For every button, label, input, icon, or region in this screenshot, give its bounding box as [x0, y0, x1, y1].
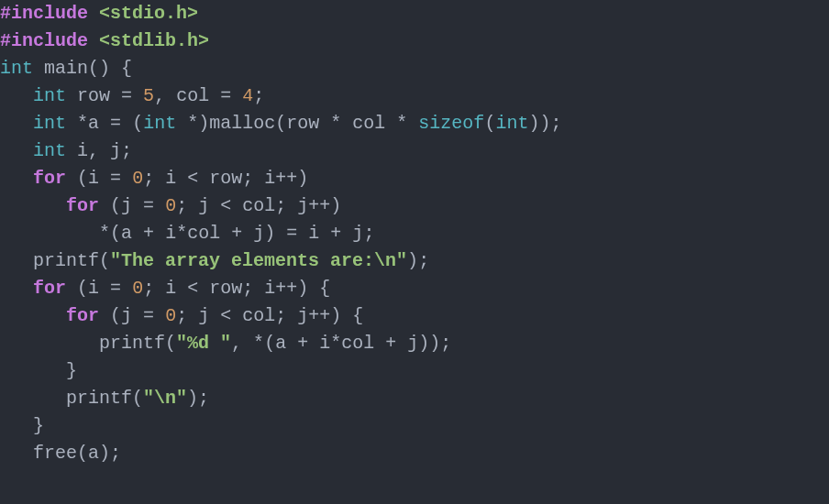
semicolon: ;	[275, 305, 286, 326]
type-keyword: int	[33, 113, 66, 134]
identifier: j	[198, 305, 209, 326]
operator-plus: +	[385, 333, 396, 354]
semicolon: ;	[440, 333, 451, 354]
paren-open: (	[132, 388, 143, 409]
identifier: j	[407, 333, 418, 354]
operator-eq: =	[143, 195, 154, 216]
operator-inc: ++	[308, 305, 330, 326]
preprocessor-directive: #include	[0, 30, 88, 51]
brace-open: {	[121, 58, 132, 79]
operator-eq: =	[220, 85, 231, 106]
semicolon: ;	[110, 443, 121, 464]
identifier: row	[209, 168, 242, 189]
paren-close: )	[330, 195, 341, 216]
semicolon: ;	[363, 223, 374, 244]
semicolon: ;	[418, 250, 429, 271]
semicolon: ;	[198, 388, 209, 409]
operator-eq: =	[121, 85, 132, 106]
identifier: a	[275, 333, 286, 354]
operator-star: *	[99, 223, 110, 244]
for-keyword: for	[33, 168, 66, 189]
identifier: a	[121, 223, 132, 244]
paren-close: )	[330, 305, 341, 326]
header-name: <stdio.h>	[99, 3, 198, 24]
identifier: i	[165, 278, 176, 299]
function-call: malloc	[209, 113, 275, 134]
identifier: i	[88, 168, 99, 189]
identifier: row	[286, 113, 319, 134]
paren-close: )	[297, 168, 308, 189]
type-keyword: int	[495, 113, 528, 134]
identifier: row	[209, 278, 242, 299]
type-keyword: int	[143, 113, 176, 134]
identifier: j	[121, 305, 132, 326]
number-literal: 0	[165, 305, 176, 326]
operator-eq: =	[286, 223, 297, 244]
paren-open: (	[484, 113, 495, 134]
identifier: j	[110, 140, 121, 161]
paren-close: )	[198, 113, 209, 134]
operator-lt: <	[187, 278, 198, 299]
operator-plus: +	[143, 223, 154, 244]
operator-eq: =	[110, 168, 121, 189]
paren-close: )	[264, 223, 275, 244]
paren-close: )	[99, 443, 110, 464]
identifier: i	[165, 168, 176, 189]
type-keyword: int	[33, 140, 66, 161]
identifier: i	[165, 223, 176, 244]
identifier: col	[187, 223, 220, 244]
identifier: i	[77, 140, 88, 161]
code-block: #include <stdio.h> #include <stdlib.h> i…	[0, 0, 829, 467]
operator-eq: =	[143, 305, 154, 326]
paren-open: (	[275, 113, 286, 134]
identifier: i	[319, 333, 330, 354]
identifier: j	[198, 195, 209, 216]
semicolon: ;	[143, 168, 154, 189]
for-keyword: for	[33, 278, 66, 299]
paren-open: (	[110, 223, 121, 244]
operator-inc: ++	[275, 168, 297, 189]
semicolon: ;	[253, 85, 264, 106]
identifier: j	[253, 223, 264, 244]
operator-eq: =	[110, 278, 121, 299]
identifier: col	[352, 113, 385, 134]
paren-close: )	[297, 278, 308, 299]
identifier: j	[352, 223, 363, 244]
identifier: i	[308, 223, 319, 244]
number-literal: 4	[242, 85, 253, 106]
identifier: i	[88, 278, 99, 299]
identifier: col	[242, 195, 275, 216]
operator-star: *	[330, 333, 341, 354]
paren-close: )	[429, 333, 440, 354]
operator-plus: +	[297, 333, 308, 354]
operator-star: *	[77, 113, 88, 134]
function-call: printf	[66, 388, 132, 409]
paren-open: (	[88, 58, 99, 79]
operator-star: *	[330, 113, 341, 134]
brace-open: {	[352, 305, 363, 326]
number-literal: 5	[143, 85, 154, 106]
number-literal: 0	[132, 168, 143, 189]
for-keyword: for	[66, 305, 99, 326]
semicolon: ;	[143, 278, 154, 299]
identifier: row	[77, 85, 110, 106]
identifier: j	[297, 305, 308, 326]
paren


open: (	[110, 195, 121, 216]
paren-close: )	[539, 113, 550, 134]
paren-open: (	[77, 443, 88, 464]
operator-lt: <	[220, 195, 231, 216]
semicolon: ;	[275, 195, 286, 216]
identifier: j	[297, 195, 308, 216]
number-literal: 0	[132, 278, 143, 299]
operator-star: *	[396, 113, 407, 134]
preprocessor-directive: #include	[0, 3, 88, 24]
paren-close: )	[99, 58, 110, 79]
operator-star: *	[187, 113, 198, 134]
comma: ,	[88, 140, 99, 161]
paren-open: (	[132, 113, 143, 134]
paren-open: (	[264, 333, 275, 354]
brace-close: }	[66, 360, 77, 381]
paren-close: )	[407, 250, 418, 271]
operator-lt: <	[220, 305, 231, 326]
header-name: <stdlib.h>	[99, 30, 209, 51]
